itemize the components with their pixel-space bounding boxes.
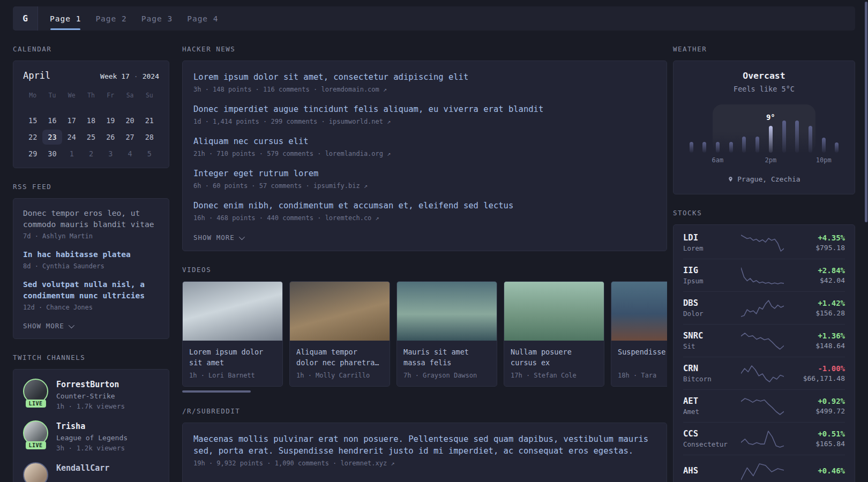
page-tab[interactable]: Page 3 bbox=[141, 14, 173, 23]
weather-widget: Overcast Feels like 5°C bbox=[673, 61, 855, 194]
rss-show-more-label: SHOW MORE bbox=[23, 322, 64, 330]
hackernews-item-link[interactable]: Lorem ipsum dolor sit amet, consectetur … bbox=[193, 71, 656, 83]
stocks-list: LDI Lorem +4.35% $795.18 IIG Ipsum bbox=[683, 227, 845, 482]
stock-row[interactable]: CRN Bitcorn -1.00% $66,171.48 bbox=[683, 357, 845, 390]
calendar-day-header: Fr bbox=[101, 89, 120, 104]
weather-temp-bar bbox=[769, 126, 773, 153]
calendar-week-info: Week 17 · 2024 bbox=[100, 72, 159, 80]
twitch-channel-row[interactable]: LIVE Trisha League of Legends 3h · 1.2k … bbox=[23, 420, 159, 452]
calendar-widget-title: CALENDAR bbox=[13, 45, 169, 53]
subreddit-post-meta: 19h · 9,932 points · 1,090 comments · lo… bbox=[193, 460, 656, 467]
video-thumbnail bbox=[611, 282, 667, 341]
stock-sparkline-chart bbox=[741, 233, 784, 252]
weather-time-label: 6am bbox=[712, 156, 724, 164]
video-meta: 1h · Lori Barnett bbox=[189, 372, 276, 379]
calendar-day-cell: 16 bbox=[42, 113, 62, 128]
twitch-channel-game: Counter-Strike bbox=[56, 392, 125, 400]
app-logo[interactable]: G bbox=[13, 6, 38, 31]
calendar-day-headers: MoTuWeThFrSaSu bbox=[23, 89, 159, 104]
stock-identity: CCS Consectetur bbox=[683, 429, 741, 448]
video-meta: 1h · Molly Carrillo bbox=[296, 372, 383, 379]
videos-row: Lorem ipsum dolor sit amet consectetu… 1… bbox=[182, 281, 667, 387]
calendar-day-cell: 29 bbox=[23, 146, 42, 161]
stock-ticker: AHS bbox=[683, 466, 741, 476]
video-thumbnail bbox=[504, 282, 604, 341]
stock-change-percent: +4.35% bbox=[815, 234, 845, 242]
twitch-list: LIVE ForrestBurton Counter-Strike 1h · 1… bbox=[23, 379, 159, 482]
chevron-down-icon bbox=[238, 234, 244, 239]
location-pin-icon bbox=[728, 176, 734, 182]
video-card-body: Aliquam tempor dolor nec pharetra… 1h · … bbox=[290, 341, 390, 386]
stock-price: $156.28 bbox=[815, 309, 845, 317]
calendar-day-cell: 22 bbox=[23, 130, 42, 145]
stock-row[interactable]: LDI Lorem +4.35% $795.18 bbox=[683, 227, 845, 259]
calendar-day-cell: 23 bbox=[42, 130, 62, 145]
subreddit-widget-title: /R/SUBREDDIT bbox=[182, 407, 667, 415]
calendar-widget: April Week 17 · 2024 MoTuWeThFrSaSu 15 1… bbox=[13, 61, 169, 168]
hackernews-item-link[interactable]: Aliquam nec cursus elit bbox=[193, 135, 656, 147]
twitch-channel-name: Trisha bbox=[56, 421, 128, 431]
hackernews-item-link[interactable]: Donec enim nibh, condimentum et accumsan… bbox=[193, 200, 656, 212]
page-tab[interactable]: Page 2 bbox=[95, 14, 126, 23]
stock-row[interactable]: IIG Ipsum +2.84% $42.04 bbox=[683, 259, 845, 292]
rss-item-link[interactable]: In hac habitasse platea bbox=[23, 249, 159, 260]
stock-sparkline-chart bbox=[741, 298, 784, 318]
hackernews-item-meta: 16h · 468 points · 440 comments · loremt… bbox=[193, 214, 656, 222]
calendar-day-header: Tu bbox=[42, 89, 62, 104]
hackernews-show-more-button[interactable]: SHOW MORE bbox=[193, 234, 243, 242]
subreddit-list: Maecenas mollis pulvinar erat non posuer… bbox=[193, 433, 656, 467]
video-card[interactable]: Aliquam tempor dolor nec pharetra… 1h · … bbox=[289, 281, 390, 387]
twitch-channel-row[interactable]: LIVE ForrestBurton Counter-Strike 1h · 1… bbox=[23, 379, 159, 410]
subreddit-widget: Maecenas mollis pulvinar erat non posuer… bbox=[182, 423, 667, 482]
weather-hour-column bbox=[701, 104, 708, 153]
weather-hour-column bbox=[740, 104, 748, 153]
stock-identity: LDI Lorem bbox=[683, 233, 741, 252]
video-card[interactable]: Nullam posuere cursus ex 17h · Stefan Co… bbox=[504, 281, 604, 387]
stock-row[interactable]: SNRC Sit +1.36% $148.64 bbox=[683, 325, 845, 357]
weather-temp-bar bbox=[690, 142, 693, 153]
stock-row[interactable]: AHS +0.46% bbox=[683, 455, 845, 482]
video-card-body: Lorem ipsum dolor sit amet consectetu… 1… bbox=[183, 341, 282, 386]
rss-item-link[interactable]: Donec tempor eros leo, ut commodo mauris… bbox=[23, 208, 159, 230]
right-column: WEATHER Overcast Feels like 5°C bbox=[673, 31, 855, 482]
stock-name: Bitcorn bbox=[683, 375, 741, 383]
calendar-day-cell: 24 bbox=[62, 130, 81, 145]
videos-widget-title: VIDEOS bbox=[182, 266, 667, 274]
rss-show-more-button[interactable]: SHOW MORE bbox=[23, 322, 73, 330]
twitch-channel-row[interactable]: LIVE KendallCarr bbox=[23, 462, 159, 482]
calendar-separator-dot: · bbox=[134, 72, 138, 80]
page-tab[interactable]: Page 1 bbox=[50, 14, 81, 23]
stock-values: +2.84% $42.04 bbox=[818, 266, 845, 284]
hackernews-item: Aliquam nec cursus elit 21h · 710 points… bbox=[193, 135, 656, 157]
hackernews-item-meta: 1d · 1,414 points · 299 comments · ipsum… bbox=[193, 118, 656, 125]
stocks-widget-title: STOCKS bbox=[673, 209, 855, 217]
stock-change-percent: +0.92% bbox=[815, 397, 845, 405]
videos-horizontal-scrollbar[interactable] bbox=[182, 390, 251, 393]
video-card[interactable]: Lorem ipsum dolor sit amet consectetu… 1… bbox=[182, 281, 283, 387]
stock-ticker: IIG bbox=[683, 266, 741, 275]
stock-price: $165.84 bbox=[815, 440, 845, 448]
video-title: Lorem ipsum dolor sit amet consectetu… bbox=[189, 347, 276, 368]
stock-values: +0.51% $165.84 bbox=[815, 430, 845, 448]
calendar-day-cell: 18 bbox=[81, 113, 101, 128]
stock-ticker: SNRC bbox=[683, 331, 741, 341]
video-card-body: Mauris sit amet massa felis 7h · Grayson… bbox=[397, 341, 497, 386]
calendar-day-header: We bbox=[62, 89, 81, 104]
page-vertical-scrollbar[interactable] bbox=[865, 2, 867, 222]
page-tab[interactable]: Page 4 bbox=[187, 14, 218, 23]
video-card[interactable]: Suspendisse diam 18h · Tara bbox=[611, 281, 667, 387]
calendar-month: April bbox=[23, 70, 50, 81]
stock-values: +1.42% $156.28 bbox=[815, 299, 845, 317]
hackernews-item-link[interactable]: Donec imperdiet augue tincidunt felis al… bbox=[193, 103, 656, 115]
calendar-day-cell: 15 bbox=[23, 113, 42, 128]
hackernews-item-link[interactable]: Integer eget rutrum lorem bbox=[193, 168, 656, 179]
twitch-channel-info: KendallCarr bbox=[56, 462, 109, 482]
rss-item-meta: 7d · Ashlyn Martin bbox=[23, 232, 159, 240]
video-card[interactable]: Mauris sit amet massa felis 7h · Grayson… bbox=[396, 281, 497, 387]
rss-item: Donec tempor eros leo, ut commodo mauris… bbox=[23, 208, 159, 240]
stock-row[interactable]: AET Amet +0.92% $499.72 bbox=[683, 390, 845, 423]
stock-row[interactable]: DBS Dolor +1.42% $156.28 bbox=[683, 292, 845, 325]
subreddit-post-link[interactable]: Maecenas mollis pulvinar erat non posuer… bbox=[193, 433, 656, 457]
stock-row[interactable]: CCS Consectetur +0.51% $165.84 bbox=[683, 423, 845, 455]
rss-item-link[interactable]: Sed volutpat nulla nisl, a condimentum n… bbox=[23, 279, 159, 302]
